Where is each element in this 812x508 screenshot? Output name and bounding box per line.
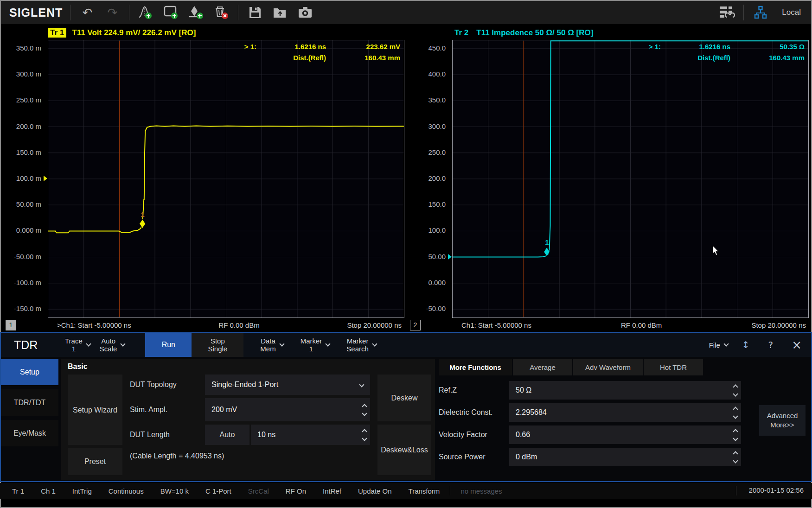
undo-icon[interactable]: ↶: [78, 3, 96, 22]
source-power-stepper[interactable]: [734, 448, 737, 466]
y-axis-tick-label: 50.00: [428, 253, 446, 260]
dut-topology-select[interactable]: Single-Ended 1-Port: [205, 375, 370, 395]
tab-adv-waveform[interactable]: Adv Waveform: [573, 359, 643, 375]
siglent-logo: SIGLENT: [9, 6, 63, 19]
chevron-down-icon: [733, 391, 738, 396]
ref-z-field[interactable]: 50 Ω: [509, 381, 741, 400]
dielectric-const-stepper[interactable]: [734, 403, 737, 422]
menu-trace[interactable]: Trace1: [60, 333, 95, 357]
status-message: no messages: [460, 487, 502, 495]
status-item: IntRef: [323, 487, 341, 495]
y-axis-tick-label: -50.00: [426, 305, 446, 312]
sidebar-item-setup[interactable]: Setup: [1, 359, 58, 385]
dut-length-stepper[interactable]: [363, 425, 366, 445]
chevron-down-icon: [733, 436, 738, 441]
velocity-factor-stepper[interactable]: [734, 425, 737, 444]
dielectric-const-label: Dielectric Const.: [439, 403, 509, 422]
trace2-tag[interactable]: Tr 2: [452, 28, 471, 38]
local-remote-label[interactable]: Local: [782, 8, 801, 17]
tab-average[interactable]: Average: [513, 359, 572, 375]
advanced-more-button[interactable]: Advanced More>>: [759, 405, 806, 436]
save-file-icon[interactable]: [246, 3, 264, 22]
status-items: Tr 1Ch 1IntTrigContinuousBW=10 kC 1-Port…: [0, 487, 440, 495]
y-axis-tick-label: 300.0 m: [16, 70, 41, 78]
toolbar-separator: [238, 5, 238, 20]
add-trace-icon[interactable]: [137, 3, 155, 22]
chevron-up-icon: [733, 429, 738, 434]
trace1-title: T11 Volt 224.9 mV/ 226.2 mV [RO]: [72, 28, 196, 38]
reference-level-marker: [448, 254, 452, 260]
svg-text:1: 1: [141, 210, 144, 218]
open-file-icon[interactable]: [271, 3, 289, 22]
menu-file[interactable]: File: [704, 333, 733, 357]
redo-icon[interactable]: ↷: [103, 3, 121, 22]
stim-ampl-stepper[interactable]: [363, 398, 366, 421]
chevron-up-icon: [362, 404, 367, 409]
close-icon[interactable]: ×: [782, 338, 811, 352]
y-axis-tick-label: 100.0 m: [16, 174, 41, 182]
plot-area-2[interactable]: 1 > 1: 1.6216 ns 50.35 Ω Dist.(Refl) 160…: [452, 40, 809, 318]
tab-hot-tdr[interactable]: Hot TDR: [644, 359, 703, 375]
resize-panel-icon[interactable]: ↕: [733, 339, 759, 350]
y-axis-tick-label: 200.0: [428, 174, 446, 182]
add-window-icon[interactable]: [162, 3, 180, 22]
tab-more-functions[interactable]: More Functions: [439, 359, 512, 375]
setup-wizard-button[interactable]: Setup Wizard: [68, 375, 122, 445]
preset-button[interactable]: Preset: [68, 448, 122, 475]
trace1-tag[interactable]: Tr 1: [48, 28, 66, 38]
menu-marker-search[interactable]: MarkerSearch: [342, 333, 381, 357]
y-axis-labels: 450.0400.0350.0300.0250.0200.0150.0100.0…: [408, 40, 452, 318]
y-axis-tick-label: 250.0: [428, 148, 446, 156]
run-button[interactable]: Run: [145, 333, 192, 357]
svg-text:1: 1: [545, 238, 549, 246]
help-icon[interactable]: ?: [759, 339, 783, 350]
status-item: IntTrig: [72, 487, 92, 495]
toolbar-separator: [743, 5, 744, 20]
deskew-loss-button[interactable]: Deskew&Loss: [377, 425, 431, 475]
display-link-icon[interactable]: [717, 3, 736, 22]
sidebar-item-tdr-tdt[interactable]: TDR/TDT: [1, 389, 58, 416]
dut-length-field[interactable]: 10 ns: [251, 425, 370, 445]
status-item: SrcCal: [248, 487, 269, 495]
dielectric-const-field[interactable]: 2.295684: [509, 403, 741, 422]
add-marker-icon[interactable]: [187, 3, 205, 22]
chevron-up-icon: [733, 384, 738, 389]
rf-power-label: RF 0.00 dBm: [621, 321, 662, 329]
source-power-field[interactable]: 0 dBm: [509, 448, 741, 466]
y-axis-tick-label: 350.0 m: [16, 44, 41, 52]
trace2-title-row: Tr 2 T11 Impedence 50 Ω/ 50 Ω [RO]: [408, 26, 809, 40]
window2-badge[interactable]: 2: [410, 320, 421, 330]
marker2-readout: > 1: 1.6216 ns 50.35 Ω Dist.(Refl) 160.4…: [635, 43, 805, 65]
window1-badge[interactable]: 1: [6, 320, 16, 330]
stim-ampl-field[interactable]: 200 mV: [205, 398, 370, 421]
stop-time-label: Stop 20.00000 ns: [751, 321, 806, 329]
menu-data-mem[interactable]: DataMem: [256, 333, 288, 357]
y-axis-tick-label: 50.00 m: [16, 200, 41, 208]
chevron-down-icon: [733, 458, 738, 463]
source-power-label: Source Power: [439, 448, 509, 466]
network-icon[interactable]: [751, 3, 770, 22]
stop-single-button[interactable]: StopSingle: [192, 333, 243, 357]
status-datetime: 2000-01-15 02:56: [749, 486, 804, 494]
ref-z-stepper[interactable]: [734, 381, 737, 400]
chevron-down-icon: [362, 411, 367, 416]
chevron-down-icon: [372, 341, 377, 346]
velocity-factor-field[interactable]: 0.66: [509, 425, 741, 444]
y-axis-tick-label: 150.0: [428, 200, 446, 208]
menu-marker[interactable]: Marker1: [296, 333, 335, 357]
trace-window-2: Tr 2 T11 Impedence 50 Ω/ 50 Ω [RO] 450.0…: [408, 26, 809, 332]
deskew-button[interactable]: Deskew: [377, 375, 431, 421]
status-datetime-wrap: 2000-01-15 02:56: [726, 486, 812, 495]
delete-trace-icon[interactable]: [212, 3, 230, 22]
dut-length-label: DUT Length: [130, 425, 198, 445]
reference-level-marker: [44, 176, 47, 181]
status-separator: [450, 486, 450, 495]
sidebar-item-eye-mask[interactable]: Eye/Mask: [1, 420, 58, 446]
y-axis-tick-label: 300.0: [428, 122, 446, 130]
dut-length-auto-button[interactable]: Auto: [205, 425, 249, 445]
y-axis-tick-label: 350.0: [428, 96, 446, 104]
start-time-label: >Ch1: Start -5.00000 ns: [57, 321, 131, 329]
plot-area-1[interactable]: 1 > 1: 1.6216 ns 223.62 mV Dist.(Refl) 1…: [48, 40, 404, 318]
menu-auto-scale[interactable]: AutoScale: [95, 333, 130, 357]
screenshot-icon[interactable]: [296, 3, 314, 22]
